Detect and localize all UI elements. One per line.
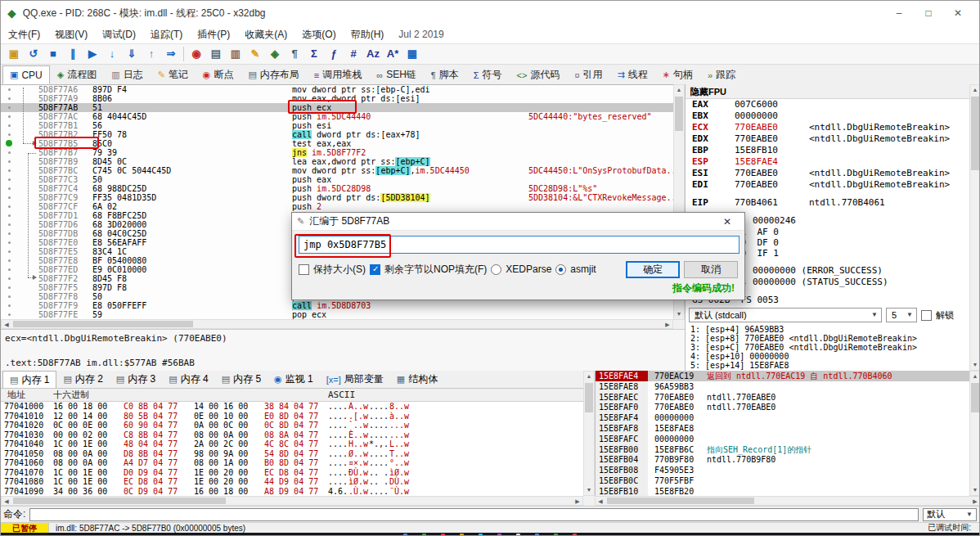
disasm-row[interactable]: 5D8F77FE59pop ecx [1, 310, 673, 319]
disasm-row[interactable]: 5D8F77CF6A 02push 2 [1, 202, 673, 211]
stack-row[interactable]: 15E8FAE896A59BB3 [596, 381, 969, 392]
tab-memory-1[interactable]: ▤内存 1 [2, 371, 56, 388]
scrollbar-thumb[interactable] [13, 498, 226, 504]
tab-handles[interactable]: ∗句柄 [655, 65, 700, 84]
breakpoint-icon[interactable]: ◉ [187, 45, 206, 63]
symbols-icon[interactable]: Σ [304, 45, 324, 63]
scroll-down-icon[interactable]: ▼ [970, 485, 980, 495]
dump-row[interactable]: 7704109034 00 36 000C D9 04 7716 00 18 0… [1, 487, 583, 497]
disasm-row[interactable]: 5D8F77B156push esi [1, 121, 673, 130]
stack-row[interactable]: 15E8FAE4770EAC19返回到 ntdll.770EAC19 自 ntd… [596, 371, 969, 381]
menu-favourites[interactable]: 收藏夹(A) [237, 25, 294, 44]
scroll-up-icon[interactable]: ▲ [584, 372, 594, 381]
asmjit-radio[interactable] [555, 264, 566, 275]
menu-trace[interactable]: 追踪(T) [143, 25, 190, 44]
step-into-icon[interactable]: ↓ [102, 45, 122, 63]
pause-icon[interactable]: ∥ [63, 45, 83, 63]
menu-help[interactable]: 帮助(H) [344, 25, 392, 44]
register-row[interactable]: EAX007C6000 [686, 99, 969, 110]
calling-convention-select[interactable]: 默认 (stdcall)▼ [689, 308, 882, 322]
dump-row[interactable]: 7704105008 00 0A 00D8 8B 04 7798 00 9A 0… [1, 449, 583, 459]
arg-count-spinner[interactable]: 5▼ [886, 308, 917, 322]
scroll-up-icon[interactable]: ▲ [674, 85, 684, 95]
window-layout-icon[interactable]: ▦ [402, 45, 422, 63]
dump-row[interactable]: 7704106008 00 0A 00A4 D7 04 7708 00 1A 0… [1, 458, 583, 468]
stack-row[interactable]: 15E8FB08F45905E3 [596, 465, 969, 475]
dump-row[interactable]: 770410200C 00 0E 0060 90 04 770A 00 0C 0… [1, 421, 583, 430]
tab-symbols[interactable]: Σ符号 [466, 65, 510, 84]
dump-horizontal-scrollbar[interactable]: ◀ ▶ [1, 496, 583, 506]
run-to-user-code-icon[interactable]: ⇒ [161, 45, 181, 63]
dump-row[interactable]: 7704103000 00 02 00C8 8B 04 7708 00 0A 0… [1, 430, 583, 440]
disasm-row[interactable]: 5D8F77B98D45 0Clea eax,dword ptr ss:[ebp… [1, 157, 673, 166]
tab-memory-3[interactable]: ▤内存 3 [110, 371, 162, 388]
disasm-row[interactable]: 5D8F77C468 988DC25Dpush im.5DC28D985DC28… [1, 184, 673, 193]
restart-icon[interactable]: ↺ [24, 45, 43, 63]
stack-row[interactable]: 15E8FAFC00000000 [596, 434, 969, 444]
register-row[interactable]: EDI770EABE0<ntdll.DbgUiRemoteBreakin> [686, 179, 969, 191]
tab-memory-5[interactable]: ▤内存 5 [215, 371, 267, 388]
disasm-row[interactable]: 5D8F77C350push eax [1, 175, 673, 184]
register-row[interactable]: EBX00000000 [686, 110, 969, 122]
tab-call-stack[interactable]: ≡调用堆栈 [307, 65, 369, 84]
menu-file[interactable]: 文件(F) [1, 25, 47, 44]
stack-row[interactable]: 15E8FB0C770F5FBF [596, 475, 969, 486]
tab-locals[interactable]: [x=]局部变量 [320, 371, 390, 388]
dump-row[interactable]: 7704101012 00 14 0080 5B 04 770E 00 10 0… [1, 412, 583, 421]
open-file-icon[interactable]: ▣ [4, 45, 24, 63]
register-row[interactable]: EDX770EABE0<ntdll.DbgUiRemoteBreakin> [686, 133, 969, 145]
tab-source[interactable]: <>源代码 [510, 65, 568, 84]
tab-references[interactable]: ¤引用 [567, 65, 609, 84]
tab-script[interactable]: ¶脚本 [424, 65, 466, 84]
hash-compare-icon[interactable]: # [344, 45, 363, 63]
run-icon[interactable]: ▶ [83, 45, 102, 63]
tab-log[interactable]: ▥日志 [104, 65, 150, 84]
step-out-icon[interactable]: ↑ [142, 45, 161, 63]
scrollbar-thumb[interactable] [971, 97, 979, 170]
dump-row[interactable]: 770410701C 00 1E 00D0 D9 04 771E 00 20 0… [1, 468, 583, 478]
tab-watch-1[interactable]: ◉监视 1 [267, 371, 320, 388]
minimize-button[interactable]: – [884, 3, 914, 23]
memory-map-icon[interactable]: ▤ [206, 45, 226, 63]
scroll-down-icon[interactable]: ▼ [674, 309, 684, 319]
scrollbar-thumb[interactable] [585, 383, 593, 412]
command-input[interactable] [29, 508, 919, 521]
menu-plugins[interactable]: 插件(P) [190, 25, 237, 44]
stack-row[interactable]: 15E8FAF400000000 [596, 412, 969, 423]
tab-threads[interactable]: ⇉线程 [610, 65, 655, 84]
dump-row[interactable]: 770410401C 00 1E 0048 04 04 772A 00 2C 0… [1, 439, 583, 449]
dialog-close-button[interactable]: ✕ [715, 216, 739, 227]
tab-trace[interactable]: »跟踪 [700, 65, 743, 84]
register-row[interactable]: EBP15E8FB10 [686, 145, 969, 156]
disasm-row[interactable]: 5D8F77B2FF50 78call dword ptr ds:[eax+78… [1, 130, 673, 139]
script-icon[interactable]: ¶ [285, 45, 304, 63]
disasm-row[interactable]: 5D8F77A6897D F4mov dword ptr ss:[ebp-C],… [1, 85, 673, 94]
tab-memory-map[interactable]: ▤内存布局 [241, 65, 306, 84]
tab-seh-chain[interactable]: ∞SEH链 [369, 65, 424, 84]
step-over-icon[interactable]: ⇓ [122, 45, 142, 63]
tab-breakpoints[interactable]: ◉断点 [196, 65, 241, 84]
dump-row[interactable]: 7704100016 00 18 00C0 8B 04 7714 00 16 0… [1, 402, 583, 412]
menu-view[interactable]: 视图(V) [47, 25, 95, 44]
disasm-row[interactable]: 5D8F77F9E8 050FFEFFcall im.5D8D8703 [1, 301, 673, 310]
scroll-down-icon[interactable]: ▼ [970, 360, 980, 370]
dump-row[interactable]: 770410801C 00 1E 00EC D8 04 771E 00 20 0… [1, 477, 583, 487]
nop-fill-checkbox[interactable] [370, 264, 380, 275]
scroll-up-icon[interactable]: ▲ [970, 85, 980, 95]
dump-vertical-scrollbar[interactable]: ▲ ▼ [583, 371, 595, 496]
register-row[interactable]: ECX770EABE0<ntdll.DbgUiRemoteBreakin> [686, 122, 969, 133]
hide-fpu-button[interactable]: 隐藏FPU [686, 84, 969, 99]
tab-graph[interactable]: ◈流程图 [50, 65, 104, 84]
register-row[interactable]: EIP770B4061ntdll.770B4061 [686, 197, 969, 209]
stack-row[interactable]: 15E8FAF815E8FAE8 [596, 423, 969, 434]
xedparse-radio[interactable] [491, 264, 501, 275]
scrollbar-thumb[interactable] [607, 498, 754, 504]
memory-dump-view[interactable]: 7704100016 00 18 00C0 8B 04 7714 00 16 0… [1, 402, 583, 496]
disasm-row[interactable]: 5D8F77BCC745 0C 5044C45Dmov dword ptr ss… [1, 166, 673, 175]
disasm-row[interactable]: 5D8F77B779 39jns im.5D8F77F2 [1, 148, 673, 157]
keep-size-checkbox[interactable] [299, 264, 309, 275]
log-icon[interactable]: ▥ [226, 45, 245, 63]
close-button[interactable]: ✕ [943, 3, 973, 23]
menu-debug[interactable]: 调试(D) [95, 25, 143, 44]
scroll-up-icon[interactable]: ▲ [970, 372, 980, 381]
